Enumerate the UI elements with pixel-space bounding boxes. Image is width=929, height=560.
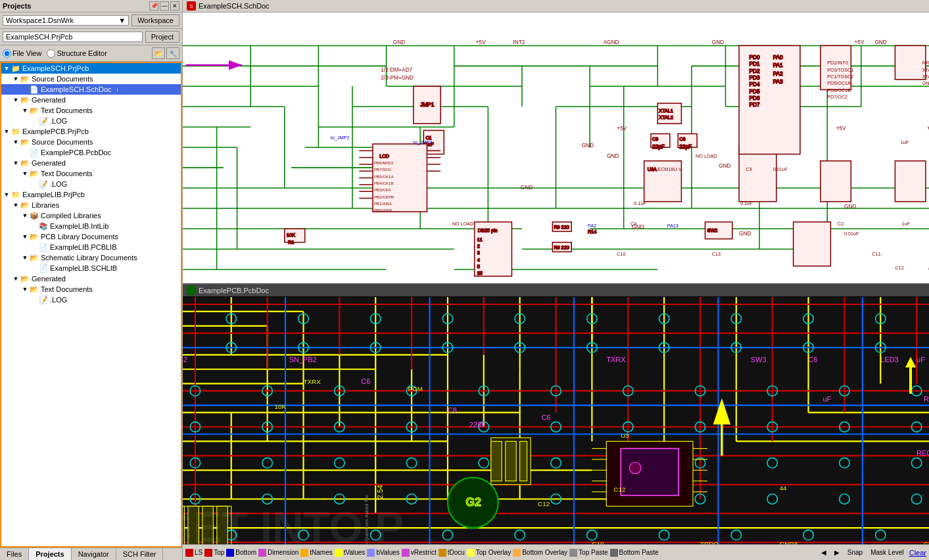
tree-label: ExampleSCH.SchDoc bbox=[41, 85, 112, 93]
svg-text:C6: C6 bbox=[542, 413, 551, 421]
project-button[interactable]: Project bbox=[145, 31, 179, 43]
tree-expand-lib1[interactable]: ▼ bbox=[12, 201, 20, 209]
close-sidebar-button[interactable]: ✕ bbox=[170, 1, 179, 11]
tree-expand-gen3[interactable]: ▼ bbox=[12, 275, 20, 283]
structure-editor-label: Structure Editor bbox=[57, 49, 107, 57]
schematic-canvas[interactable]: JMP1 C1 .01uF LCD bbox=[183, 12, 929, 285]
legend-top-overlay[interactable]: Top Overlay bbox=[467, 549, 511, 557]
view-icon-1[interactable]: 📂 bbox=[152, 47, 165, 59]
tree-icon-folder: 📂 bbox=[29, 285, 39, 294]
tree-expand-prjpcb1[interactable]: ▼ bbox=[3, 64, 11, 72]
legend-tdocu[interactable]: tDocu bbox=[439, 549, 465, 557]
tree-expand-gen2[interactable]: ▼ bbox=[12, 159, 20, 167]
legend-tnames-label: tNames bbox=[310, 549, 332, 556]
svg-text:DB25 pin: DB25 pin bbox=[478, 227, 498, 233]
svg-text:1uF: 1uF bbox=[901, 139, 909, 145]
tree-item-gen2[interactable]: ▼📂Generated bbox=[1, 158, 181, 168]
pcb-clear-button[interactable]: Clear bbox=[909, 549, 926, 557]
tree-expand-src1[interactable]: ▼ bbox=[12, 75, 20, 83]
view-icon-2[interactable]: 🔧 bbox=[166, 47, 179, 59]
tree-expand-pcblib_folder[interactable]: ▼ bbox=[21, 233, 29, 241]
tree-expand-gen1[interactable]: ▼ bbox=[12, 96, 20, 104]
tree-item-prjpcb1[interactable]: ▼📁ExampleSCH.PrjPcb bbox=[1, 63, 181, 74]
legend-tnames[interactable]: tNames bbox=[300, 549, 332, 557]
nav-left-button[interactable]: ◀ bbox=[819, 548, 829, 557]
tree-item-schlib_folder[interactable]: ▼📂Schematic Library Documents bbox=[1, 252, 181, 263]
tree-icon-project: 📁 bbox=[11, 190, 21, 199]
tree-item-compiled[interactable]: ▼📦Compiled Libraries bbox=[1, 210, 181, 221]
tree-item-textdoc3[interactable]: ▼📂Text Documents bbox=[1, 284, 181, 294]
tree-item-pcblib_folder[interactable]: ▼📂PCB Library Documents bbox=[1, 231, 181, 242]
tree-expand-textdoc2[interactable]: ▼ bbox=[21, 170, 29, 177]
snap-label: Snap bbox=[845, 548, 865, 557]
tab-projects[interactable]: Projects bbox=[29, 548, 71, 560]
tree-expand-textdoc3[interactable]: ▼ bbox=[21, 285, 29, 293]
pin-button[interactable]: 📌 bbox=[149, 1, 158, 11]
pcb-filename: ExamplePCB.PcbDoc bbox=[199, 287, 269, 294]
tree-item-prjpcb2[interactable]: ▼📁ExamplePCB.PrjPcb bbox=[1, 126, 181, 137]
tree-item-pcblib[interactable]: 📄ExampleLIB.PCBLIB bbox=[1, 242, 181, 252]
tree-item-schlib[interactable]: 📄ExampleLIB.SCHLIB bbox=[1, 263, 181, 273]
tab-files[interactable]: Files bbox=[0, 548, 29, 560]
legend-vrestrict-label: vRestrict bbox=[411, 549, 437, 556]
svg-text:C12: C12 bbox=[538, 500, 550, 507]
file-view-radio[interactable]: File View bbox=[3, 49, 41, 58]
legend-top-color bbox=[204, 549, 212, 557]
tree-item-intlib[interactable]: 📚ExampleLIB.IntLib bbox=[1, 221, 181, 231]
legend-bottom-paste[interactable]: Bottom Paste bbox=[610, 549, 659, 557]
legend-tvalues[interactable]: tValues bbox=[335, 549, 366, 557]
structure-editor-radio[interactable]: Structure Editor bbox=[47, 49, 107, 58]
legend-vrestrict[interactable]: vRestrict bbox=[402, 549, 437, 557]
svg-text:PGM: PGM bbox=[408, 385, 423, 392]
tree-item-gen1[interactable]: ▼📂Generated bbox=[1, 95, 181, 105]
svg-text:C2: C2 bbox=[838, 221, 844, 227]
project-tree[interactable]: ▼📁ExampleSCH.PrjPcb▼📂Source Documents 📄E… bbox=[0, 62, 182, 548]
tree-expand-schlib_folder[interactable]: ▼ bbox=[21, 254, 29, 262]
tree-item-pcbdoc[interactable]: 📄ExamplePCB.PcbDoc bbox=[1, 147, 181, 158]
legend-bvalues[interactable]: bValues bbox=[367, 549, 399, 557]
tab-sch-filter[interactable]: SCH Filter bbox=[116, 548, 164, 560]
tree-expand-textdoc1[interactable]: ▼ bbox=[21, 106, 29, 114]
legend-bottom-overlay[interactable]: Bottom Overlay bbox=[513, 549, 567, 557]
svg-rect-77 bbox=[821, 161, 851, 202]
legend-top-paste[interactable]: Top Paste bbox=[569, 549, 607, 557]
minimize-button[interactable]: — bbox=[160, 1, 169, 11]
svg-text:2/3-PM=GND: 2/3-PM=GND bbox=[381, 75, 414, 81]
tree-item-schdoc[interactable]: 📄ExampleSCH.SchDoci bbox=[1, 84, 181, 95]
tree-label: Text Documents bbox=[41, 285, 93, 293]
tree-item-lib1[interactable]: ▼📂Libraries bbox=[1, 200, 181, 210]
legend-bottom[interactable]: Bottom bbox=[226, 549, 256, 557]
tree-item-gen3[interactable]: ▼📂Generated bbox=[1, 273, 181, 284]
tree-item-src1[interactable]: ▼📂Source Documents bbox=[1, 74, 181, 84]
tree-item-src2[interactable]: ▼📂Source Documents bbox=[1, 137, 181, 147]
tree-item-textdoc1[interactable]: ▼📂Text Documents bbox=[1, 105, 181, 116]
tree-icon-folder: 📂 bbox=[20, 274, 30, 283]
tab-navigator[interactable]: Navigator bbox=[72, 548, 116, 560]
tree-item-log1[interactable]: 📝.LOG bbox=[1, 116, 181, 126]
tree-icon-schlib: 📄 bbox=[38, 264, 49, 273]
tree-item-log3[interactable]: 📝.LOG bbox=[1, 294, 181, 305]
legend-top[interactable]: Top bbox=[204, 549, 224, 557]
tree-item-textdoc2[interactable]: ▼📂Text Documents bbox=[1, 168, 181, 179]
schematic-svg: JMP1 C1 .01uF LCD bbox=[183, 12, 929, 285]
legend-dimension[interactable]: Dimension bbox=[258, 549, 298, 557]
tree-expand-prjpcb3[interactable]: ▼ bbox=[3, 191, 11, 198]
svg-text:uF: uF bbox=[822, 395, 831, 403]
svg-text:No Questions Asked Toc: No Questions Asked Toc bbox=[364, 494, 369, 544]
tree-expand-prjpcb2[interactable]: ▼ bbox=[3, 128, 11, 135]
tree-expand-compiled[interactable]: ▼ bbox=[21, 212, 29, 220]
svg-text:+5V: +5V bbox=[836, 126, 846, 131]
workspace-button[interactable]: Workspace bbox=[131, 14, 179, 26]
tree-item-prjpcb3[interactable]: ▼📁ExampleLIB.PrjPcb bbox=[1, 189, 181, 200]
svg-text:10K: 10K bbox=[287, 232, 295, 238]
tree-icon-folder: 📂 bbox=[29, 106, 39, 115]
nav-right-button[interactable]: ▶ bbox=[832, 548, 842, 557]
workspace-dropdown[interactable]: Workspace1.DsnWrk ▼ bbox=[3, 15, 129, 26]
svg-text:PD7: PD7 bbox=[750, 102, 760, 108]
pcb-canvas[interactable]: G2 bbox=[183, 297, 929, 544]
project-name-field[interactable] bbox=[3, 32, 143, 42]
tree-item-log2[interactable]: 📝.LOG bbox=[1, 179, 181, 189]
tree-label: .LOG bbox=[50, 180, 67, 188]
tree-expand-src2[interactable]: ▼ bbox=[12, 138, 20, 146]
svg-text:to_JMP2: to_JMP2 bbox=[331, 135, 349, 141]
